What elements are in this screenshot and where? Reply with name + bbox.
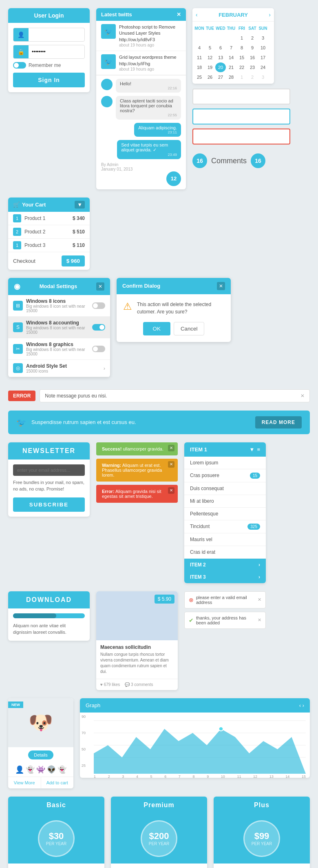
newsletter-email-input[interactable] (13, 464, 85, 476)
cal-cell[interactable] (194, 33, 205, 43)
other-icon-4[interactable]: 👽 (47, 765, 56, 774)
list-item[interactable]: Lorem ipsum (184, 457, 266, 469)
modal-close-button[interactable]: ✕ (96, 282, 104, 291)
cal-prev[interactable]: ‹ (196, 11, 198, 18)
graph-area (94, 717, 306, 774)
cal-cell[interactable]: 11 (194, 53, 205, 62)
error-input[interactable]: Error (192, 129, 290, 144)
cal-cell[interactable]: 23 (247, 62, 258, 72)
ok-button[interactable]: OK (143, 322, 170, 335)
alert-close-success[interactable]: ✕ (168, 445, 174, 451)
cal-cell[interactable]: 7 (226, 43, 236, 53)
cal-cell[interactable]: 19 (205, 62, 215, 72)
cal-cell[interactable]: 17 (258, 53, 268, 62)
confirm-body: ⚠ This action will delete the selected c… (117, 294, 231, 322)
list-item[interactable]: Duis consequat (184, 482, 266, 495)
cal-cell[interactable]: 16 (247, 53, 258, 62)
validation-close-ok[interactable]: ✕ (258, 617, 261, 623)
add-to-cart-button[interactable]: Add to cart (41, 777, 74, 788)
download-title: DOWNLOAD (8, 591, 90, 608)
other-icon-1[interactable]: 👤 (15, 765, 24, 774)
remember-toggle[interactable] (13, 62, 26, 69)
modal-item-4[interactable]: ◎ Android Style Set 15000 icons › (8, 360, 110, 377)
alert-close-warning[interactable]: ✕ (168, 461, 174, 468)
view-more-button[interactable]: View More (8, 777, 41, 788)
twitter-close[interactable]: ✕ (177, 11, 181, 18)
graph-next[interactable]: › (303, 702, 304, 708)
cal-cell[interactable]: 22 (236, 62, 247, 72)
product-details-button[interactable]: Details (28, 750, 53, 759)
cal-cell[interactable]: 24 (258, 62, 268, 72)
cal-cell[interactable]: 2 (247, 72, 258, 82)
other-icon-3[interactable]: 👾 (36, 765, 45, 774)
item-badge: 325 (247, 524, 260, 530)
cal-cell[interactable] (215, 33, 226, 43)
cal-cell[interactable] (205, 33, 215, 43)
cal-cell[interactable]: 3 (258, 72, 268, 82)
cal-cell-today[interactable]: 20 (215, 62, 226, 72)
cart-dropdown[interactable]: ▼ (75, 201, 85, 209)
dropdown-header-2[interactable]: ITEM 2 › (184, 559, 266, 571)
dropdown-menu-icon[interactable]: ≡ (257, 446, 260, 453)
read-more-button[interactable]: READ MORE (255, 416, 302, 428)
confirm-close-button[interactable]: ✕ (217, 282, 225, 290)
cal-cell[interactable]: 18 (194, 62, 205, 72)
cal-cell[interactable]: 12 (205, 53, 215, 62)
cal-cell[interactable]: 28 (226, 72, 236, 82)
cal-cell[interactable]: 8 (236, 43, 247, 53)
validation-close-error[interactable]: ✕ (258, 597, 261, 602)
list-item[interactable]: Cras posuere 15 (184, 469, 266, 482)
list-item[interactable]: Pellentesque (184, 508, 266, 520)
toggle-3[interactable] (92, 346, 105, 352)
alert-close-error[interactable]: ✕ (168, 487, 174, 494)
cal-cell[interactable]: 5 (205, 43, 215, 53)
other-icon-5[interactable]: 👻 (57, 765, 66, 774)
signin-button[interactable]: Sign In (13, 73, 85, 87)
password-field[interactable]: 🔒 (13, 45, 85, 59)
inputs-group: Normal Focus Error (192, 89, 290, 144)
focus-input[interactable]: Focus (192, 109, 290, 124)
cal-cell[interactable]: 13 (215, 53, 226, 62)
dropdown-header-3[interactable]: ITEM 3 › (184, 571, 266, 583)
list-item[interactable]: Cras id erat (184, 546, 266, 559)
toggle-2[interactable] (92, 324, 105, 331)
subscribe-button[interactable]: SUBSCRIBE (13, 497, 85, 512)
list-item[interactable]: Mi at libero (184, 495, 266, 508)
username-field[interactable]: 👤 ▼ (13, 28, 85, 42)
cal-cell[interactable]: 21 (226, 62, 236, 72)
cal-cell[interactable]: 14 (226, 53, 236, 62)
cal-cell[interactable]: 1 (236, 72, 247, 82)
cal-cell[interactable]: 6 (215, 43, 226, 53)
cal-cell[interactable]: 2 (247, 33, 258, 43)
cal-cell[interactable]: 26 (205, 72, 215, 82)
normal-input[interactable]: Normal (192, 89, 290, 104)
cal-cell[interactable]: 3 (258, 33, 268, 43)
cal-cell[interactable]: 27 (215, 72, 226, 82)
validation-error-field: ⊗ please enter a valid email address ✕ (184, 591, 266, 608)
toggle-1[interactable] (92, 302, 105, 309)
error-close-icon[interactable]: ✕ (300, 393, 305, 399)
graph-prev[interactable]: ‹ (299, 702, 301, 708)
list-item[interactable]: Tincidunt 325 (184, 520, 266, 533)
login-widget: User Login 👤 ▼ 🔒 Remember me Sign In (8, 8, 90, 92)
x-label: 4 (136, 775, 138, 778)
cal-cell[interactable]: 4 (194, 43, 205, 53)
cancel-button[interactable]: Cancel (174, 322, 205, 335)
dropdown-header-1[interactable]: ITEM 1 ▼ ≡ (184, 442, 266, 457)
checkout-button[interactable]: $ 960 (62, 255, 85, 266)
cal-cell[interactable]: 15 (236, 53, 247, 62)
cal-next[interactable]: › (269, 11, 271, 18)
cal-cell[interactable]: 10 (258, 43, 268, 53)
list-item[interactable]: Mauris vel (184, 533, 266, 546)
password-input[interactable] (29, 47, 85, 57)
dropdown-item2-label: ITEM 2 (190, 562, 206, 568)
other-icon-2[interactable]: 👻 (26, 765, 35, 774)
twitter-header: Latest twitts ✕ (96, 8, 186, 21)
cal-cell[interactable]: 1 (236, 33, 247, 43)
cal-cell[interactable]: 9 (247, 43, 258, 53)
username-input[interactable] (29, 29, 85, 40)
cal-day-thu: THU (226, 23, 236, 33)
cal-cell[interactable]: 25 (194, 72, 205, 82)
pricing-plus-circle-wrap: $99 PER YEAR (214, 814, 310, 864)
cal-cell[interactable] (226, 33, 236, 43)
